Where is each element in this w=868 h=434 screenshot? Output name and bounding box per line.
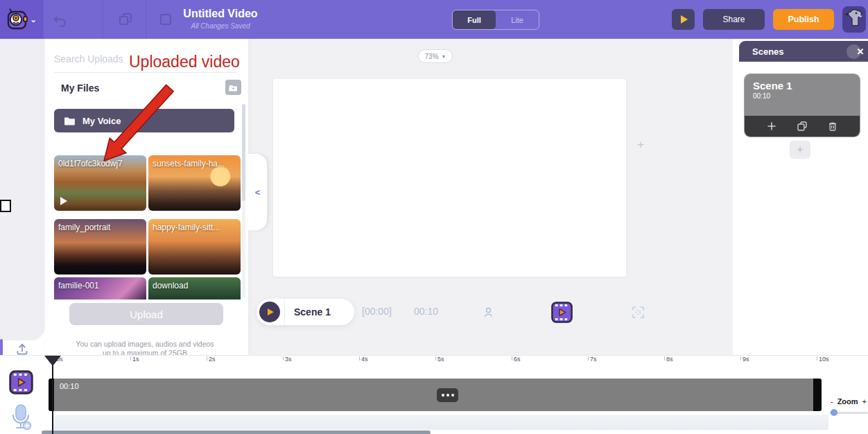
ruler-tick: 2s (207, 356, 207, 361)
media-thumbnail[interactable]: family_portrait (54, 219, 146, 275)
video-canvas[interactable] (273, 79, 626, 277)
clip-right-trim-handle[interactable] (813, 379, 822, 411)
video-track-icon[interactable] (8, 370, 34, 395)
upload-button[interactable]: Upload (69, 303, 223, 325)
media-thumbnail[interactable]: familie-001 (54, 277, 146, 300)
logo-chevron-down-icon: ⌄ (30, 15, 36, 24)
thumbnail-label: family_portrait (58, 223, 144, 232)
project-title: Untitled Video (146, 8, 295, 20)
clip-body[interactable] (54, 379, 813, 411)
scene-name-pill[interactable]: Scene 1 (257, 299, 354, 325)
focus-frame-icon[interactable] (631, 305, 645, 320)
canvas-add-placeholder: + (637, 138, 644, 152)
thumbnail-label: familie-001 (58, 281, 144, 290)
media-thumbnail[interactable]: download (148, 277, 241, 300)
header-separator (103, 0, 103, 39)
ruler-tick: 10s (817, 356, 817, 361)
character-voice-icon[interactable] (482, 306, 495, 319)
ruler-tick: 8s (664, 356, 665, 361)
full-lite-toggle: Full Lite (452, 10, 539, 30)
record-voice-icon[interactable] (10, 403, 33, 432)
ruler-tick: 4s (359, 356, 360, 361)
chevron-down-icon: ▼ (442, 54, 446, 59)
scene-card-preview: Scene 1 00:10 (745, 74, 860, 116)
folder-icon (64, 116, 76, 125)
video-track-clip[interactable]: 00:10 (49, 379, 822, 411)
header-separator (43, 0, 44, 39)
header-bar: ⌄ Untitled Video All Changes Saved Full … (0, 0, 868, 39)
thumbnail-label: happy-family-sitt... (153, 223, 238, 232)
annotation-text: Uploaded video (129, 53, 240, 71)
close-icon: ✕ (857, 46, 865, 57)
scene-card-duration: 00:10 (753, 92, 860, 100)
mascot-logo-icon (6, 8, 28, 31)
clip-options-button[interactable] (437, 388, 458, 402)
upload-tool-icon[interactable] (15, 341, 30, 356)
scene-card-name: Scene 1 (753, 80, 860, 92)
audio-track[interactable] (52, 415, 828, 430)
ruler-tick: 6s (512, 356, 512, 361)
ruler-tick: 1s (130, 356, 131, 361)
add-scene-button[interactable]: + (790, 141, 810, 159)
zoom-out-button[interactable]: - (831, 397, 833, 406)
scenes-panel-header: Scenes ✕ (739, 41, 868, 62)
play-icon (268, 309, 274, 315)
video-clip-icon[interactable] (550, 301, 573, 324)
playhead-line (52, 356, 53, 434)
scene-duration: 00:10 (414, 306, 438, 317)
add-scene-icon[interactable] (767, 121, 776, 131)
search-underline (54, 72, 237, 73)
canvas-zoom-dropdown[interactable]: 73% ▼ (418, 49, 453, 63)
scene-play-button[interactable] (259, 302, 280, 322)
folder-plus-icon (229, 84, 238, 92)
screen-artifact-rectangle (0, 200, 11, 212)
new-folder-button[interactable] (225, 80, 241, 95)
project-title-block[interactable]: Untitled Video All Changes Saved (146, 8, 295, 30)
scene-card-toolbar (745, 116, 860, 137)
zoom-slider-track[interactable] (829, 412, 868, 414)
panel-scrollbar[interactable] (242, 104, 245, 298)
playhead-handle[interactable] (44, 356, 61, 366)
duplicate-scene-icon[interactable] (797, 121, 808, 132)
scene-start-time: [00:00] (362, 306, 392, 317)
ruler-tick: 5s (435, 356, 436, 361)
timeline-zoom-control: - Zoom + (829, 397, 868, 414)
tools-sidebar (0, 39, 45, 340)
ruler-tick: 7s (588, 356, 589, 361)
scene-name: Scene 1 (294, 306, 331, 318)
toggle-lite[interactable]: Lite (496, 10, 539, 29)
publish-button[interactable]: Publish (773, 9, 834, 30)
save-status: All Changes Saved (146, 22, 295, 30)
pill-divider (284, 299, 285, 325)
duplicate-icon[interactable] (118, 12, 133, 27)
preview-button[interactable] (672, 9, 695, 30)
my-files-heading: My Files (61, 83, 99, 94)
upload-note-line1: You can upload images, audios and videos (54, 340, 236, 348)
share-button[interactable]: Share (703, 9, 765, 30)
close-scenes-button[interactable]: ✕ (847, 44, 861, 59)
ruler-tick: 9s (740, 356, 741, 361)
scene-card[interactable]: Scene 1 00:10 (745, 74, 860, 137)
thumbnail-play-icon (60, 197, 67, 205)
avatar-dog-icon (842, 6, 866, 33)
undo-icon[interactable] (53, 12, 68, 27)
zoom-in-button[interactable]: + (862, 397, 867, 406)
timeline-horizontal-scrollbar[interactable] (42, 431, 431, 434)
toggle-full[interactable]: Full (453, 10, 496, 29)
media-thumbnail[interactable]: happy-family-sitt... (148, 219, 241, 275)
zoom-slider-knob[interactable] (831, 409, 837, 416)
chevron-left-icon: < (255, 187, 261, 198)
canvas-zoom-value: 73% (425, 53, 439, 60)
clip-duration-label: 00:10 (60, 382, 79, 390)
delete-scene-icon[interactable] (828, 121, 837, 132)
scenes-title: Scenes (752, 46, 784, 57)
ruler-tick: 3s (283, 356, 284, 361)
play-icon (681, 15, 688, 24)
account-avatar[interactable] (842, 6, 866, 33)
thumbnail-label: download (153, 281, 238, 290)
app-logo[interactable]: ⌄ (0, 0, 43, 39)
zoom-label: Zoom (837, 397, 858, 406)
collapse-panel-handle[interactable]: < (248, 154, 267, 230)
timeline-area: 0s 1s 2s 3s 4s 5s 6s 7s 8s 9s 10s 00:10 … (0, 355, 868, 434)
annotation-arrow (97, 81, 177, 168)
